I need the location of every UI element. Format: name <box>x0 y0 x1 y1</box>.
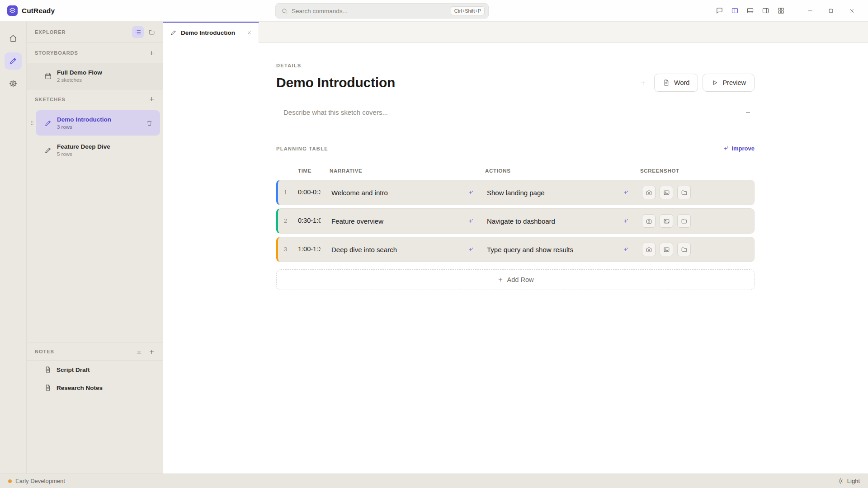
sketch-item-text: Demo Introduction 3 rows <box>57 116 111 130</box>
plus-icon <box>497 277 504 283</box>
add-storyboard-button[interactable] <box>146 47 157 59</box>
theme-toggle[interactable]: Light <box>837 478 860 484</box>
screenshot-cell <box>642 214 754 228</box>
add-sketch-button[interactable] <box>146 94 157 105</box>
planning-table-label: PLANNING TABLE <box>276 146 328 151</box>
add-description-button[interactable] <box>741 105 755 119</box>
narrative-cell[interactable]: Feature overview <box>331 216 487 225</box>
window-controls <box>801 4 861 18</box>
document-icon <box>44 366 52 373</box>
browse-files-button[interactable] <box>677 186 691 199</box>
actions-text: Navigate to dashboard <box>487 217 555 225</box>
minimize-button[interactable] <box>801 4 819 18</box>
capture-screenshot-button[interactable] <box>642 243 656 256</box>
add-note-button[interactable] <box>146 346 157 357</box>
folder-view-button[interactable] <box>146 26 157 38</box>
pick-image-button[interactable] <box>660 214 673 228</box>
narrative-cell[interactable]: Welcome and intro <box>331 188 487 197</box>
rail-item-home[interactable] <box>5 30 22 47</box>
explorer-header: EXPLORER <box>27 22 163 43</box>
sparkle-plus-icon <box>468 247 474 253</box>
ai-suggest-button[interactable] <box>466 216 475 225</box>
actions-text: Show landing page <box>487 189 545 197</box>
storyboard-subtitle: 2 sketches <box>57 77 102 83</box>
export-word-label: Word <box>674 79 689 86</box>
browse-files-button[interactable] <box>677 243 691 256</box>
minimize-icon <box>807 8 813 14</box>
delete-sketch-button[interactable] <box>143 117 156 129</box>
plus-icon <box>148 50 155 56</box>
ai-suggest-button[interactable] <box>466 188 475 197</box>
note-item[interactable]: Script Draft <box>27 361 163 379</box>
tab-close-button[interactable] <box>244 28 254 38</box>
close-icon <box>247 30 252 35</box>
ai-suggest-button[interactable] <box>621 188 630 197</box>
sketch-item[interactable]: Feature Deep Dive 5 rows <box>27 137 163 163</box>
toggle-right-panel-button[interactable] <box>759 4 772 18</box>
screenshot-cell <box>642 186 754 199</box>
actions-cell[interactable]: Type query and show results <box>487 245 642 254</box>
sparkle-plus-icon <box>623 247 629 253</box>
ai-suggest-button[interactable] <box>621 245 630 254</box>
camera-icon <box>646 246 652 253</box>
trash-icon <box>146 120 153 127</box>
column-header-time: TIME <box>296 168 330 174</box>
close-button[interactable] <box>843 4 861 18</box>
drag-handle-icon[interactable] <box>29 118 35 128</box>
pick-image-button[interactable] <box>660 243 673 256</box>
time-cell[interactable]: 0:30-1:00 <box>298 217 331 225</box>
title-row: Demo Introduction Word Preview <box>276 74 755 92</box>
note-title: Research Notes <box>57 385 103 391</box>
time-cell[interactable]: 0:00-0:30 <box>298 188 331 197</box>
search-input[interactable] <box>292 8 447 14</box>
ai-suggest-button[interactable] <box>466 245 475 254</box>
actions-cell[interactable]: Navigate to dashboard <box>487 216 642 225</box>
capture-screenshot-button[interactable] <box>642 214 656 228</box>
search-icon <box>281 8 288 14</box>
improve-button[interactable]: Improve <box>723 145 755 152</box>
widgets-button[interactable] <box>774 4 788 18</box>
list-view-button[interactable] <box>132 26 144 38</box>
folder-icon <box>681 189 688 196</box>
plus-icon <box>745 109 751 116</box>
sketch-title: Demo Introduction <box>57 116 111 123</box>
toggle-left-panel-button[interactable] <box>728 4 741 18</box>
sparkle-plus-icon <box>468 218 474 224</box>
rail-item-settings[interactable] <box>5 75 22 92</box>
image-icon <box>663 246 670 253</box>
rail-item-sketches[interactable] <box>5 52 22 70</box>
sparkle-plus-icon <box>468 190 474 196</box>
actions-cell[interactable]: Show landing page <box>487 188 642 197</box>
ai-suggest-button[interactable] <box>621 216 630 225</box>
home-icon <box>9 34 18 43</box>
sun-icon <box>837 478 844 484</box>
note-item[interactable]: Research Notes <box>27 379 163 397</box>
sketch-item-selected[interactable]: Demo Introduction 3 rows <box>36 110 160 136</box>
capture-screenshot-button[interactable] <box>642 186 656 199</box>
panel-left-icon <box>731 7 739 14</box>
maximize-button[interactable] <box>822 4 840 18</box>
note-title: Script Draft <box>57 366 90 373</box>
preview-button[interactable]: Preview <box>703 74 755 92</box>
pick-image-button[interactable] <box>660 186 673 199</box>
add-row-button[interactable]: Add Row <box>276 269 755 290</box>
time-cell[interactable]: 1:00-1:30 <box>298 245 331 254</box>
table-row: 3 1:00-1:30 Deep dive into search Type q… <box>276 237 755 262</box>
status-bar: Early Development Light <box>0 474 868 488</box>
explorer-tree: STORYBOARDS Full Demo Flow 2 sketches SK… <box>27 43 163 474</box>
image-icon <box>663 218 670 225</box>
download-notes-button[interactable] <box>133 346 145 357</box>
toggle-bottom-panel-button[interactable] <box>743 4 757 18</box>
tab-demo-introduction[interactable]: Demo Introduction <box>163 22 259 43</box>
add-detail-button[interactable] <box>636 76 650 89</box>
export-word-button[interactable]: Word <box>654 74 698 92</box>
screenshot-cell <box>642 243 754 256</box>
sparkle-plus-icon <box>623 218 629 224</box>
comments-button[interactable] <box>712 4 726 18</box>
browse-files-button[interactable] <box>677 214 691 228</box>
command-search[interactable]: Ctrl+Shift+P <box>275 3 489 19</box>
storyboard-item[interactable]: Full Demo Flow 2 sketches <box>27 63 163 89</box>
description-field[interactable]: Describe what this sketch covers... <box>283 108 388 116</box>
narrative-cell[interactable]: Deep dive into search <box>331 245 487 254</box>
table-row: 2 0:30-1:00 Feature overview Navigate to… <box>276 208 755 234</box>
